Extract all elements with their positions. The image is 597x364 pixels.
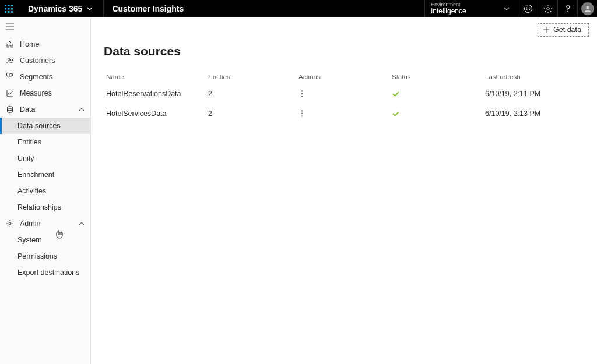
cell-actions: [296, 104, 389, 123]
sidebar-item-label: Measures: [20, 89, 85, 97]
sidebar-item-admin[interactable]: Admin: [0, 215, 90, 232]
row-actions-button[interactable]: [298, 109, 387, 118]
svg-point-12: [546, 8, 549, 10]
account-button[interactable]: [577, 0, 597, 17]
main-panel: Get data Data sources Name Entities Acti…: [91, 17, 597, 364]
svg-point-19: [10, 59, 12, 61]
svg-point-24: [301, 91, 303, 92]
col-header-last-refresh[interactable]: Last refresh: [483, 70, 584, 84]
settings-button[interactable]: [538, 0, 557, 17]
check-icon: [392, 109, 480, 118]
subnav-item-data-sources[interactable]: Data sources: [0, 118, 90, 134]
sidebar-item-data[interactable]: Data: [0, 101, 90, 118]
subnav-label: Export destinations: [17, 268, 79, 277]
svg-rect-6: [5, 11, 6, 13]
col-header-name[interactable]: Name: [104, 70, 206, 84]
feedback-button[interactable]: [518, 0, 538, 17]
subnav-item-enrichment[interactable]: Enrichment: [0, 167, 90, 183]
avatar: [581, 2, 594, 15]
people-icon: [6, 56, 20, 65]
sidebar: Home Customers Segments Measures Data Da…: [0, 17, 91, 364]
subnav-item-export[interactable]: Export destinations: [0, 264, 90, 281]
table-row[interactable]: HotelReservationsData 2 6/10/19, 2:11 PM: [104, 84, 584, 104]
sidebar-collapse-button[interactable]: [0, 17, 90, 36]
more-vertical-icon: [298, 90, 305, 98]
chart-icon: [6, 89, 20, 97]
svg-point-10: [526, 8, 527, 9]
more-vertical-icon: [298, 109, 305, 118]
cell-name: HotelReservationsData: [104, 84, 206, 104]
subnav-label: Data sources: [17, 122, 61, 130]
get-data-button[interactable]: Get data: [538, 23, 589, 37]
person-icon: [584, 5, 592, 13]
svg-point-11: [529, 8, 530, 9]
svg-rect-5: [11, 8, 13, 10]
database-icon: [6, 105, 20, 114]
row-actions-button[interactable]: [298, 90, 387, 98]
cell-entities: 2: [206, 104, 296, 123]
cell-actions: [296, 84, 389, 104]
app-name: Customer Insights: [104, 4, 192, 13]
svg-point-29: [301, 116, 303, 117]
sidebar-item-home[interactable]: Home: [0, 36, 90, 52]
sidebar-item-segments[interactable]: Segments: [0, 69, 90, 85]
chevron-up-icon: [79, 107, 85, 112]
table-header-row: Name Entities Actions Status Last refres…: [104, 70, 584, 84]
cell-status: [389, 104, 483, 123]
cell-refresh: 6/10/19, 2:13 PM: [483, 104, 584, 123]
gear-icon: [543, 4, 553, 13]
sidebar-item-measures[interactable]: Measures: [0, 85, 90, 101]
svg-rect-7: [8, 11, 10, 13]
chevron-down-icon: [87, 6, 93, 12]
smiley-icon: [524, 4, 533, 13]
brand-dropdown[interactable]: Dynamics 365: [17, 0, 104, 17]
svg-point-14: [586, 6, 589, 9]
sidebar-item-customers[interactable]: Customers: [0, 52, 90, 69]
help-button[interactable]: [557, 0, 577, 17]
svg-point-13: [567, 11, 568, 12]
question-icon: [563, 4, 573, 13]
chevron-up-icon: [79, 221, 85, 227]
svg-point-20: [8, 107, 13, 109]
top-bar: Dynamics 365 Customer Insights Environme…: [0, 0, 597, 17]
check-icon: [392, 90, 480, 98]
svg-point-18: [8, 58, 10, 61]
subnav-item-relationships[interactable]: Relationships: [0, 199, 90, 215]
subnav-item-system[interactable]: System: [0, 232, 90, 248]
subnav-item-entities[interactable]: Entities: [0, 134, 90, 150]
subnav-item-unify[interactable]: Unify: [0, 150, 90, 167]
brand-label: Dynamics 365: [28, 4, 82, 13]
col-header-status[interactable]: Status: [389, 70, 483, 84]
col-header-entities[interactable]: Entities: [206, 70, 296, 84]
subnav-label: Permissions: [17, 252, 57, 260]
app-launcher-button[interactable]: [0, 0, 17, 17]
environment-picker[interactable]: Environment Intelligence: [424, 0, 518, 17]
cell-refresh: 6/10/19, 2:11 PM: [483, 84, 584, 104]
svg-point-26: [301, 96, 303, 97]
cell-name: HotelServicesData: [104, 104, 206, 123]
subnav-item-activities[interactable]: Activities: [0, 183, 90, 199]
cell-entities: 2: [206, 84, 296, 104]
svg-rect-8: [11, 11, 13, 13]
subnav-label: Activities: [17, 187, 46, 195]
cell-status: [389, 84, 483, 104]
table-row[interactable]: HotelServicesData 2 6/10/19, 2:13 PM: [104, 104, 584, 123]
col-header-actions[interactable]: Actions: [296, 70, 389, 84]
subnav-item-permissions[interactable]: Permissions: [0, 248, 90, 264]
svg-rect-2: [11, 5, 13, 6]
sidebar-item-label: Admin: [20, 220, 79, 228]
sidebar-item-label: Data: [20, 105, 79, 114]
svg-point-9: [524, 5, 532, 13]
sidebar-item-label: Customers: [20, 56, 85, 65]
svg-point-27: [301, 111, 303, 112]
subnav-label: System: [17, 236, 42, 244]
svg-rect-4: [8, 8, 10, 10]
svg-rect-1: [8, 5, 10, 6]
hamburger-icon: [6, 23, 14, 30]
page-title: Data sources: [91, 44, 597, 58]
sidebar-item-label: Home: [20, 40, 85, 48]
chevron-down-icon: [494, 6, 510, 12]
svg-rect-0: [5, 5, 6, 6]
home-icon: [6, 40, 20, 48]
env-name: Intelligence: [431, 8, 466, 15]
